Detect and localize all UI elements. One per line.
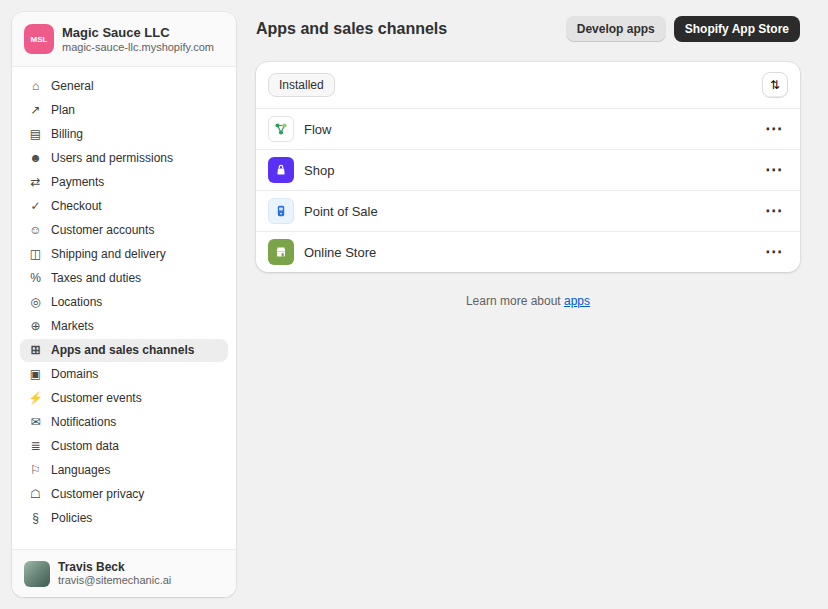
user-avatar (24, 561, 50, 587)
app-name: Point of Sale (304, 204, 749, 219)
point-of-sale-app-icon (268, 198, 294, 224)
storefront-icon: ⌂ (28, 79, 43, 94)
store-avatar: MSL (24, 24, 54, 54)
shopify-app-store-button[interactable]: Shopify App Store (674, 16, 800, 42)
app-menu-button[interactable]: ⋯ (759, 119, 788, 139)
sidebar-item-custom-data[interactable]: ≣ Custom data (20, 435, 228, 458)
customer-accounts-icon: ☺ (28, 223, 43, 238)
settings-sidebar: MSL Magic Sauce LLC magic-sauce-llc.mysh… (12, 12, 236, 597)
billing-icon: ▤ (28, 127, 43, 142)
ellipsis-icon: ⋯ (765, 242, 782, 261)
sort-icon: ⇅ (770, 78, 780, 92)
sidebar-item-languages[interactable]: ⚐ Languages (20, 459, 228, 482)
domains-icon: ▣ (28, 367, 43, 382)
customer-events-icon: ⚡ (28, 391, 43, 406)
sidebar-item-label: Locations (51, 295, 102, 310)
sidebar-item-users-and-permissions[interactable]: ☻ Users and permissions (20, 147, 228, 170)
online-store-app-icon (268, 239, 294, 265)
sidebar-item-general[interactable]: ⌂ General (20, 75, 228, 98)
app-name: Flow (304, 122, 749, 137)
store-meta: Magic Sauce LLC magic-sauce-llc.myshopif… (62, 25, 214, 54)
settings-nav: ⌂ General ↗ Plan ▤ Billing ☻ Users and p… (12, 67, 236, 549)
ellipsis-icon: ⋯ (765, 160, 782, 179)
flow-app-icon (268, 116, 294, 142)
main-content: Apps and sales channels Develop apps Sho… (256, 16, 800, 308)
sidebar-item-label: Shipping and delivery (51, 247, 166, 262)
sidebar-item-domains[interactable]: ▣ Domains (20, 363, 228, 386)
sidebar-item-customer-privacy[interactable]: ☖ Customer privacy (20, 483, 228, 506)
sidebar-item-label: Customer privacy (51, 487, 144, 502)
card-header: Installed ⇅ (256, 62, 800, 108)
apps-icon: ⊞ (28, 343, 43, 358)
sidebar-item-label: Users and permissions (51, 151, 173, 166)
app-name: Online Store (304, 245, 749, 260)
app-row-flow[interactable]: Flow ⋯ (256, 108, 800, 149)
app-menu-button[interactable]: ⋯ (759, 201, 788, 221)
sidebar-item-label: Apps and sales channels (51, 343, 194, 358)
sidebar-item-label: Notifications (51, 415, 116, 430)
globe-icon: ⊕ (28, 319, 43, 334)
sidebar-item-label: Plan (51, 103, 75, 118)
sidebar-item-label: Policies (51, 511, 92, 526)
develop-apps-button[interactable]: Develop apps (566, 16, 666, 42)
database-icon: ≣ (28, 439, 43, 454)
cart-icon: ✓ (28, 199, 43, 214)
taxes-icon: % (28, 271, 43, 286)
app-menu-button[interactable]: ⋯ (759, 242, 788, 262)
sidebar-item-label: Customer events (51, 391, 142, 406)
sidebar-item-customer-events[interactable]: ⚡ Customer events (20, 387, 228, 410)
app-row-online-store[interactable]: Online Store ⋯ (256, 231, 800, 272)
sidebar-item-plan[interactable]: ↗ Plan (20, 99, 228, 122)
store-domain: magic-sauce-llc.myshopify.com (62, 41, 214, 54)
ellipsis-icon: ⋯ (765, 201, 782, 220)
user-email: travis@sitemechanic.ai (58, 574, 171, 587)
app-menu-button[interactable]: ⋯ (759, 160, 788, 180)
sidebar-item-label: Billing (51, 127, 83, 142)
sidebar-item-label: Custom data (51, 439, 119, 454)
user-name: Travis Beck (58, 560, 171, 574)
apps-link[interactable]: apps (564, 294, 590, 308)
sidebar-item-taxes-and-duties[interactable]: % Taxes and duties (20, 267, 228, 290)
ellipsis-icon: ⋯ (765, 119, 782, 138)
sort-button[interactable]: ⇅ (762, 72, 788, 98)
sidebar-item-markets[interactable]: ⊕ Markets (20, 315, 228, 338)
user-footer: Travis Beck travis@sitemechanic.ai (12, 549, 236, 597)
installed-apps-card: Installed ⇅ Flow ⋯ (256, 62, 800, 272)
store-header: MSL Magic Sauce LLC magic-sauce-llc.mysh… (12, 12, 236, 67)
learn-more-text: Learn more about apps (256, 294, 800, 308)
page-header: Apps and sales channels Develop apps Sho… (256, 16, 800, 42)
app-row-shop[interactable]: Shop ⋯ (256, 149, 800, 190)
store-name: Magic Sauce LLC (62, 25, 214, 41)
sidebar-item-customer-accounts[interactable]: ☺ Customer accounts (20, 219, 228, 242)
privacy-shield-icon: ☖ (28, 487, 43, 502)
sidebar-item-label: Checkout (51, 199, 102, 214)
learn-more-prefix: Learn more about (466, 294, 561, 308)
sidebar-item-label: Payments (51, 175, 104, 190)
app-name: Shop (304, 163, 749, 178)
user-meta: Travis Beck travis@sitemechanic.ai (58, 560, 171, 587)
sidebar-item-policies[interactable]: § Policies (20, 507, 228, 530)
plan-icon: ↗ (28, 103, 43, 118)
app-row-point-of-sale[interactable]: Point of Sale ⋯ (256, 190, 800, 231)
users-icon: ☻ (28, 151, 43, 166)
sidebar-item-label: Markets (51, 319, 94, 334)
policies-icon: § (28, 511, 43, 526)
sidebar-item-locations[interactable]: ◎ Locations (20, 291, 228, 314)
page-title: Apps and sales channels (256, 20, 566, 38)
languages-icon: ⚐ (28, 463, 43, 478)
location-pin-icon: ◎ (28, 295, 43, 310)
sidebar-item-label: Customer accounts (51, 223, 154, 238)
sidebar-item-payments[interactable]: ⇄ Payments (20, 171, 228, 194)
sidebar-item-notifications[interactable]: ✉ Notifications (20, 411, 228, 434)
shop-app-icon (268, 157, 294, 183)
sidebar-item-checkout[interactable]: ✓ Checkout (20, 195, 228, 218)
payments-icon: ⇄ (28, 175, 43, 190)
sidebar-item-apps-and-sales-channels[interactable]: ⊞ Apps and sales channels (20, 339, 228, 362)
sidebar-item-label: Taxes and duties (51, 271, 141, 286)
sidebar-item-label: Languages (51, 463, 110, 478)
installed-filter-tab[interactable]: Installed (268, 73, 335, 97)
sidebar-item-label: General (51, 79, 94, 94)
shipping-box-icon: ◫ (28, 247, 43, 262)
sidebar-item-billing[interactable]: ▤ Billing (20, 123, 228, 146)
sidebar-item-shipping-and-delivery[interactable]: ◫ Shipping and delivery (20, 243, 228, 266)
